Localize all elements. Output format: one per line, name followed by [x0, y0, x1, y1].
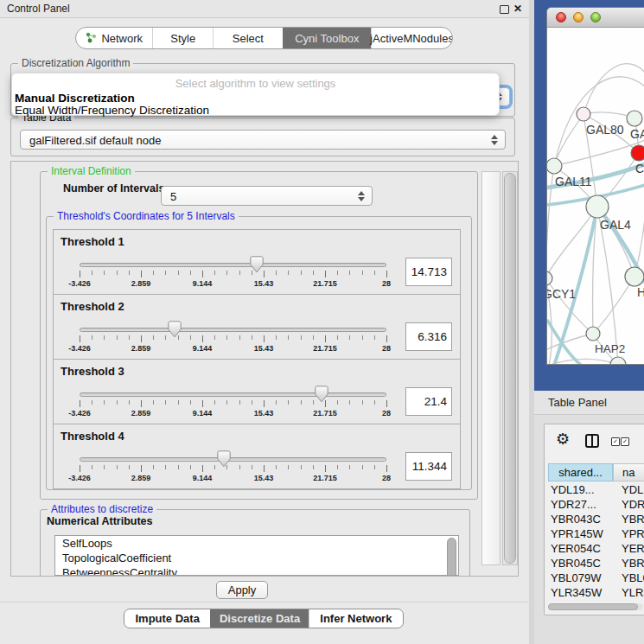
apply-button[interactable]: Apply: [216, 581, 268, 599]
slider-thumb[interactable]: [315, 386, 328, 403]
network-node-gal80[interactable]: [577, 107, 590, 121]
gear-icon[interactable]: ⚙: [556, 430, 570, 448]
network-node-c[interactable]: [631, 145, 644, 161]
table-cell-name[interactable]: YDL1: [613, 482, 644, 497]
numerical-attributes-list[interactable]: SelfLoopsTopologicalCoefficientBetweenne…: [54, 535, 459, 576]
group-title: Interval Definition: [48, 165, 135, 177]
tab-discretize-data[interactable]: Discretize Data: [210, 609, 308, 628]
network-window-titlebar[interactable]: [547, 8, 644, 28]
table-row[interactable]: YPR145WYPR1: [548, 526, 644, 541]
zoom-window-button[interactable]: [590, 12, 601, 22]
table-data-combobox[interactable]: galFiltered.sif default node: [20, 130, 506, 150]
float-window-icon[interactable]: [500, 5, 509, 14]
slider-thumb[interactable]: [168, 321, 182, 338]
network-node-label: GAL11: [555, 175, 592, 188]
column-header-shared-name[interactable]: shared...: [548, 463, 613, 481]
tab-label: Network: [101, 32, 143, 45]
threshold-value-field[interactable]: 6.316: [405, 322, 452, 351]
tab-select[interactable]: Select: [213, 28, 283, 48]
threshold-label: Threshold 4: [61, 430, 124, 443]
network-node-ga[interactable]: [627, 111, 642, 126]
slider-thumb[interactable]: [250, 256, 264, 273]
table-row[interactable]: YDR27...YDR2: [548, 497, 644, 512]
threshold-value-field[interactable]: 21.4: [405, 387, 452, 416]
slider-tick-label: 2.859: [131, 344, 151, 353]
control-panel-titlebar: Control Panel ✕: [0, 0, 529, 18]
slider-thumb[interactable]: [217, 450, 231, 468]
table-cell-name[interactable]: YER0: [613, 541, 644, 556]
network-node-gal11[interactable]: [547, 158, 562, 174]
table-cell-name[interactable]: YLR3: [613, 585, 644, 600]
threshold-slider[interactable]: -3.4262.8599.14415.4321.71528: [80, 252, 386, 292]
attribute-item[interactable]: BetweennessCentrality: [55, 565, 458, 576]
threshold-slider[interactable]: -3.4262.8599.14415.4321.71528: [80, 447, 386, 487]
attribute-item[interactable]: TopologicalCoefficient: [55, 551, 458, 565]
checkbox-icon[interactable]: ✓: [611, 437, 620, 446]
vertical-scrollbar-thumb[interactable]: [504, 173, 516, 564]
table-row[interactable]: YBR043CYBR0: [548, 512, 644, 526]
network-node-label: GCY1: [547, 287, 576, 301]
threshold-value-field[interactable]: 11.344: [405, 452, 452, 481]
slider-track[interactable]: [80, 392, 386, 397]
slider-tick-label: 15.43: [254, 344, 274, 353]
list-scrollbar[interactable]: [447, 538, 456, 576]
network-node-gcy1[interactable]: [547, 271, 552, 285]
tab-cyni-toolbox[interactable]: Cyni Toolbox: [283, 28, 371, 48]
table-cell-name[interactable]: YDR2: [613, 497, 644, 512]
table-row[interactable]: YDL19...YDL1: [548, 482, 644, 497]
slider-track[interactable]: [80, 457, 386, 462]
table-row[interactable]: YLR345WYLR3: [548, 585, 644, 600]
close-icon[interactable]: ✕: [513, 2, 522, 16]
table-cell-shared-name[interactable]: YDR27...: [548, 497, 613, 512]
network-node[interactable]: [610, 357, 626, 365]
network-node-label: C: [635, 162, 644, 175]
table-cell-shared-name[interactable]: YBR043C: [548, 512, 613, 526]
horizontal-scrollbar-thumb[interactable]: [548, 603, 638, 610]
tab-network[interactable]: Network: [76, 28, 152, 48]
table-cell-shared-name[interactable]: YER054C: [548, 541, 613, 556]
network-node-h[interactable]: [625, 267, 644, 286]
table-cell-shared-name[interactable]: YLR345W: [548, 585, 613, 600]
slider-track[interactable]: [80, 263, 386, 267]
dropdown-option-manual-discretization[interactable]: Manual Discretization: [15, 92, 135, 105]
close-window-button[interactable]: [556, 12, 566, 22]
checkbox-icon[interactable]: ✓: [621, 437, 629, 446]
vertical-scrollbar[interactable]: [502, 171, 518, 565]
horizontal-scrollbar[interactable]: [548, 603, 643, 610]
threshold-slider[interactable]: -3.4262.8599.14415.4321.71528: [80, 317, 386, 357]
network-view-window[interactable]: GAL80GACGAL11GAL4GCY1HHAP2: [546, 7, 644, 365]
network-node-gal4[interactable]: [586, 195, 609, 218]
table-rows: YDL19...YDL1YDR27...YDR2YBR043CYBR0YPR14…: [548, 482, 644, 603]
divider: [0, 602, 529, 603]
slider-major-tick: [386, 335, 387, 342]
tab-impute-data[interactable]: Impute Data: [124, 609, 210, 628]
table-cell-name[interactable]: YBL0: [613, 571, 644, 585]
inner-scroll-track[interactable]: [481, 171, 501, 565]
table-cell-name[interactable]: YBR0: [613, 556, 644, 571]
table-cell-shared-name[interactable]: YBR045C: [548, 556, 613, 571]
table-row[interactable]: YBR045CYBR0: [548, 556, 644, 571]
table-cell-shared-name[interactable]: YBL079W: [548, 571, 613, 585]
attribute-item[interactable]: SelfLoops: [55, 536, 458, 551]
threshold-slider[interactable]: -3.4262.8599.14415.4321.71528: [80, 382, 386, 422]
table-cell-name[interactable]: YBR0: [613, 512, 644, 526]
split-columns-icon[interactable]: [585, 434, 599, 448]
table-panel-title: Table Panel: [548, 391, 607, 415]
table-row[interactable]: YER054CYER0: [548, 541, 644, 556]
threshold-value-field[interactable]: 14.713: [405, 258, 452, 286]
tab-style[interactable]: Style: [152, 28, 213, 48]
minimize-window-button[interactable]: [573, 12, 583, 22]
table-cell-shared-name[interactable]: YPR145W: [548, 526, 613, 541]
dropdown-option-equal-width-frequency[interactable]: Equal Width/Frequency Discretization: [15, 104, 209, 117]
slider-track[interactable]: [80, 328, 386, 332]
tab-infer-network[interactable]: Infer Network: [309, 609, 403, 628]
table-cell-name[interactable]: YPR1: [613, 526, 644, 541]
table-row[interactable]: YBL079WYBL0: [548, 571, 644, 585]
network-canvas[interactable]: GAL80GACGAL11GAL4GCY1HHAP2: [547, 28, 644, 365]
network-node-hap2[interactable]: [586, 327, 600, 341]
threshold-label: Threshold 2: [61, 300, 124, 313]
column-header-name[interactable]: na: [613, 463, 644, 481]
table-cell-shared-name[interactable]: YDL19...: [548, 482, 613, 497]
tab-jactivemnodules[interactable]: jActiveMNodules: [371, 28, 452, 48]
number-of-intervals-combobox[interactable]: 5: [161, 186, 373, 206]
